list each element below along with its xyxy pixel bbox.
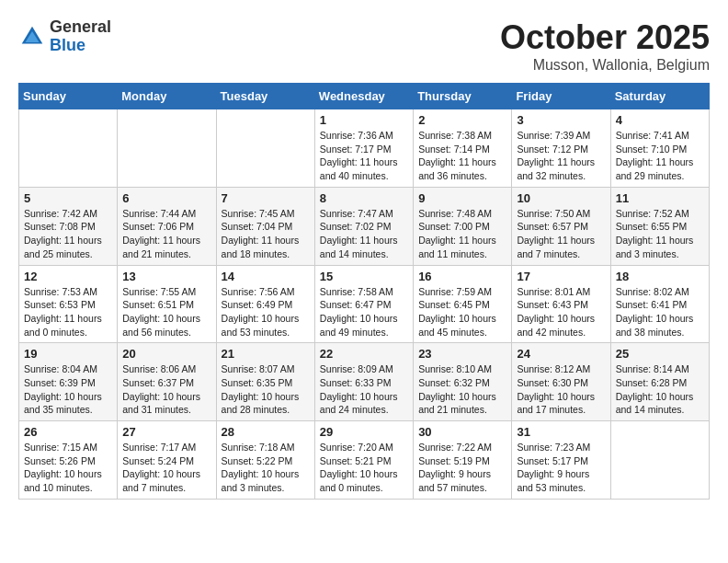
day-info: Sunrise: 8:14 AM Sunset: 6:28 PM Dayligh… xyxy=(616,362,704,417)
day-header-thursday: Thursday xyxy=(414,84,512,109)
day-number: 8 xyxy=(320,191,408,205)
day-number: 31 xyxy=(517,425,605,439)
calendar-cell xyxy=(216,109,314,188)
month-title: October 2025 xyxy=(500,18,710,57)
day-number: 10 xyxy=(517,191,605,205)
calendar-cell: 19Sunrise: 8:04 AM Sunset: 6:39 PM Dayli… xyxy=(19,343,118,421)
day-header-friday: Friday xyxy=(512,84,610,109)
calendar-cell: 11Sunrise: 7:52 AM Sunset: 6:55 PM Dayli… xyxy=(610,187,709,265)
day-number: 7 xyxy=(222,191,310,205)
day-info: Sunrise: 7:38 AM Sunset: 7:14 PM Dayligh… xyxy=(418,129,506,183)
calendar-cell: 10Sunrise: 7:50 AM Sunset: 6:57 PM Dayli… xyxy=(512,187,610,265)
calendar-cell: 27Sunrise: 7:17 AM Sunset: 5:24 PM Dayli… xyxy=(118,421,216,500)
day-info: Sunrise: 7:45 AM Sunset: 7:04 PM Dayligh… xyxy=(222,207,310,261)
day-number: 1 xyxy=(320,113,408,127)
day-info: Sunrise: 8:10 AM Sunset: 6:32 PM Dayligh… xyxy=(418,362,506,417)
day-info: Sunrise: 7:48 AM Sunset: 7:00 PM Dayligh… xyxy=(418,207,506,261)
calendar-cell: 14Sunrise: 7:56 AM Sunset: 6:49 PM Dayli… xyxy=(216,265,314,343)
calendar-cell: 9Sunrise: 7:48 AM Sunset: 7:00 PM Daylig… xyxy=(414,187,512,265)
calendar-cell: 23Sunrise: 8:10 AM Sunset: 6:32 PM Dayli… xyxy=(414,343,512,421)
day-info: Sunrise: 7:50 AM Sunset: 6:57 PM Dayligh… xyxy=(517,207,605,261)
day-header-tuesday: Tuesday xyxy=(216,84,314,109)
calendar-cell: 2Sunrise: 7:38 AM Sunset: 7:14 PM Daylig… xyxy=(414,109,512,188)
day-number: 24 xyxy=(517,347,605,361)
day-info: Sunrise: 8:02 AM Sunset: 6:41 PM Dayligh… xyxy=(616,285,704,339)
day-number: 30 xyxy=(418,425,506,439)
day-info: Sunrise: 7:18 AM Sunset: 5:22 PM Dayligh… xyxy=(222,441,310,495)
calendar-cell: 22Sunrise: 8:09 AM Sunset: 6:33 PM Dayli… xyxy=(314,343,413,421)
day-info: Sunrise: 7:17 AM Sunset: 5:24 PM Dayligh… xyxy=(122,441,210,495)
day-info: Sunrise: 7:53 AM Sunset: 6:53 PM Dayligh… xyxy=(24,285,112,339)
calendar-cell: 13Sunrise: 7:55 AM Sunset: 6:51 PM Dayli… xyxy=(118,265,216,343)
calendar-cell: 28Sunrise: 7:18 AM Sunset: 5:22 PM Dayli… xyxy=(216,421,314,500)
day-info: Sunrise: 7:36 AM Sunset: 7:17 PM Dayligh… xyxy=(320,129,408,183)
day-number: 11 xyxy=(616,191,704,205)
logo: General Blue xyxy=(18,18,111,55)
calendar-cell: 20Sunrise: 8:06 AM Sunset: 6:37 PM Dayli… xyxy=(118,343,216,421)
calendar-header-row: SundayMondayTuesdayWednesdayThursdayFrid… xyxy=(19,84,710,109)
day-number: 25 xyxy=(616,347,704,361)
calendar-cell xyxy=(118,109,216,188)
calendar-week-5: 26Sunrise: 7:15 AM Sunset: 5:26 PM Dayli… xyxy=(19,421,710,500)
calendar-cell: 26Sunrise: 7:15 AM Sunset: 5:26 PM Dayli… xyxy=(19,421,118,500)
location-title: Musson, Wallonia, Belgium xyxy=(500,57,710,74)
day-info: Sunrise: 7:22 AM Sunset: 5:19 PM Dayligh… xyxy=(418,441,506,495)
day-info: Sunrise: 7:58 AM Sunset: 6:47 PM Dayligh… xyxy=(320,285,408,339)
calendar-cell xyxy=(19,109,118,188)
calendar-cell: 25Sunrise: 8:14 AM Sunset: 6:28 PM Dayli… xyxy=(610,343,709,421)
day-number: 20 xyxy=(122,347,210,361)
day-header-saturday: Saturday xyxy=(610,84,709,109)
calendar-cell: 3Sunrise: 7:39 AM Sunset: 7:12 PM Daylig… xyxy=(512,109,610,188)
calendar-cell: 6Sunrise: 7:44 AM Sunset: 7:06 PM Daylig… xyxy=(118,187,216,265)
calendar-cell: 18Sunrise: 8:02 AM Sunset: 6:41 PM Dayli… xyxy=(610,265,709,343)
calendar-cell: 1Sunrise: 7:36 AM Sunset: 7:17 PM Daylig… xyxy=(314,109,413,188)
calendar-week-3: 12Sunrise: 7:53 AM Sunset: 6:53 PM Dayli… xyxy=(19,265,710,343)
calendar-cell: 16Sunrise: 7:59 AM Sunset: 6:45 PM Dayli… xyxy=(414,265,512,343)
day-info: Sunrise: 7:20 AM Sunset: 5:21 PM Dayligh… xyxy=(320,441,408,495)
day-number: 6 xyxy=(122,191,210,205)
day-header-wednesday: Wednesday xyxy=(314,84,413,109)
calendar-cell: 5Sunrise: 7:42 AM Sunset: 7:08 PM Daylig… xyxy=(19,187,118,265)
day-number: 9 xyxy=(418,191,506,205)
day-info: Sunrise: 7:23 AM Sunset: 5:17 PM Dayligh… xyxy=(517,441,605,495)
day-number: 18 xyxy=(616,270,704,283)
calendar-week-4: 19Sunrise: 8:04 AM Sunset: 6:39 PM Dayli… xyxy=(19,343,710,421)
day-info: Sunrise: 7:55 AM Sunset: 6:51 PM Dayligh… xyxy=(122,285,210,339)
page-header: General Blue October 2025 Musson, Wallon… xyxy=(18,18,710,74)
logo-text: General Blue xyxy=(50,18,111,55)
day-number: 22 xyxy=(320,347,408,361)
day-info: Sunrise: 8:04 AM Sunset: 6:39 PM Dayligh… xyxy=(24,362,112,417)
day-number: 23 xyxy=(418,347,506,361)
calendar-cell: 30Sunrise: 7:22 AM Sunset: 5:19 PM Dayli… xyxy=(414,421,512,500)
day-info: Sunrise: 7:59 AM Sunset: 6:45 PM Dayligh… xyxy=(418,285,506,339)
day-number: 17 xyxy=(517,270,605,283)
calendar-cell: 4Sunrise: 7:41 AM Sunset: 7:10 PM Daylig… xyxy=(610,109,709,188)
calendar-cell xyxy=(610,421,709,500)
calendar-cell: 21Sunrise: 8:07 AM Sunset: 6:35 PM Dayli… xyxy=(216,343,314,421)
day-info: Sunrise: 7:15 AM Sunset: 5:26 PM Dayligh… xyxy=(24,441,112,495)
day-number: 4 xyxy=(616,113,704,127)
day-number: 19 xyxy=(24,347,112,361)
day-number: 28 xyxy=(222,425,310,439)
day-number: 21 xyxy=(222,347,310,361)
day-number: 13 xyxy=(122,270,210,283)
calendar-cell: 7Sunrise: 7:45 AM Sunset: 7:04 PM Daylig… xyxy=(216,187,314,265)
day-number: 27 xyxy=(122,425,210,439)
day-header-monday: Monday xyxy=(118,84,216,109)
day-info: Sunrise: 7:56 AM Sunset: 6:49 PM Dayligh… xyxy=(222,285,310,339)
calendar-cell: 12Sunrise: 7:53 AM Sunset: 6:53 PM Dayli… xyxy=(19,265,118,343)
day-number: 29 xyxy=(320,425,408,439)
day-info: Sunrise: 7:42 AM Sunset: 7:08 PM Dayligh… xyxy=(24,207,112,261)
day-number: 12 xyxy=(24,270,112,283)
day-number: 5 xyxy=(24,191,112,205)
day-info: Sunrise: 7:41 AM Sunset: 7:10 PM Dayligh… xyxy=(616,129,704,183)
calendar-cell: 24Sunrise: 8:12 AM Sunset: 6:30 PM Dayli… xyxy=(512,343,610,421)
day-info: Sunrise: 8:12 AM Sunset: 6:30 PM Dayligh… xyxy=(517,362,605,417)
calendar-week-1: 1Sunrise: 7:36 AM Sunset: 7:17 PM Daylig… xyxy=(19,109,710,188)
day-info: Sunrise: 7:47 AM Sunset: 7:02 PM Dayligh… xyxy=(320,207,408,261)
title-section: October 2025 Musson, Wallonia, Belgium xyxy=(500,18,710,74)
day-info: Sunrise: 8:07 AM Sunset: 6:35 PM Dayligh… xyxy=(222,362,310,417)
calendar-cell: 17Sunrise: 8:01 AM Sunset: 6:43 PM Dayli… xyxy=(512,265,610,343)
calendar: SundayMondayTuesdayWednesdayThursdayFrid… xyxy=(18,83,710,500)
day-number: 26 xyxy=(24,425,112,439)
